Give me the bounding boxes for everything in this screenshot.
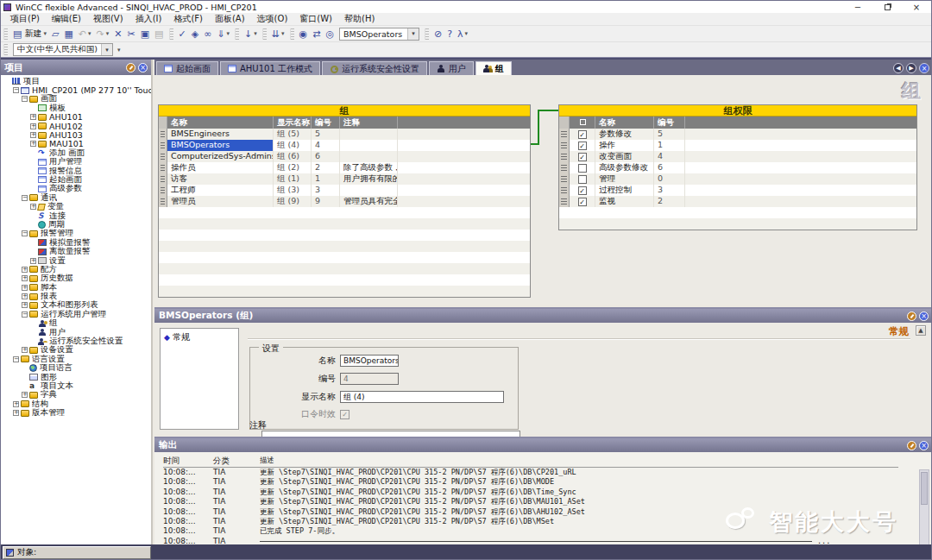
collapse-icon[interactable]: − xyxy=(13,87,19,93)
group-comment-cell[interactable] xyxy=(340,140,398,151)
collapse-icon[interactable]: − xyxy=(22,311,28,318)
permission-number-cell[interactable]: 4 xyxy=(654,151,685,162)
group-number-cell[interactable]: 5 xyxy=(312,129,340,140)
row-handle[interactable] xyxy=(159,151,167,162)
download-button[interactable]: ↓▾ xyxy=(242,28,259,41)
close-icon[interactable]: × xyxy=(138,63,148,72)
row-handle[interactable] xyxy=(159,185,167,196)
group-name-cell[interactable]: 操作员 xyxy=(167,162,274,173)
permission-row[interactable]: ✓操作1 xyxy=(559,140,916,151)
menu-view[interactable]: 视图(V) xyxy=(87,13,129,25)
permission-row[interactable]: ✓过程控制3 xyxy=(559,185,916,196)
menu-faceplates[interactable]: 面板(A) xyxy=(209,13,251,25)
permission-checkbox[interactable]: ✓ xyxy=(578,186,587,195)
row-handle[interactable] xyxy=(559,162,570,173)
table-row[interactable]: ComputerizedSys-Admins组 (6)6 xyxy=(159,151,530,162)
tree-item[interactable]: 连接 xyxy=(3,211,151,220)
find-next-button[interactable]: ◎ xyxy=(324,28,336,41)
expand-icon[interactable]: + xyxy=(22,392,28,398)
open-button[interactable]: ▱ xyxy=(50,28,60,41)
group-number-cell[interactable]: 2 xyxy=(312,162,340,173)
group-display-cell[interactable]: 组 (2) xyxy=(274,162,312,173)
tree-item[interactable]: 项目语言 xyxy=(3,364,151,373)
output-scrollbar[interactable] xyxy=(919,469,929,544)
permission-checkbox[interactable] xyxy=(578,164,587,173)
expand-icon[interactable]: + xyxy=(22,293,28,299)
group-number-cell[interactable]: 4 xyxy=(312,140,340,151)
name-field[interactable]: BMSOperators xyxy=(340,355,399,367)
expand-icon[interactable]: + xyxy=(22,347,28,353)
tree-item[interactable]: +字典 xyxy=(3,391,151,400)
column-header[interactable]: 注释 xyxy=(340,116,398,129)
permission-number-cell[interactable]: 0 xyxy=(654,173,685,185)
permission-name-cell[interactable]: 监视 xyxy=(595,196,654,207)
tab-start-screen[interactable]: 起始画面 xyxy=(156,61,218,75)
pin-icon[interactable] xyxy=(907,441,916,450)
permission-name-cell[interactable]: 过程控制 xyxy=(595,185,654,196)
row-handle[interactable] xyxy=(559,140,570,151)
tree-item[interactable]: −语言设置 xyxy=(3,355,151,363)
menu-edit[interactable]: 编辑(E) xyxy=(46,13,87,25)
tab-runtime-security-settings[interactable]: 运行系统安全性设置 xyxy=(322,61,427,75)
table-row[interactable]: 访客组 (1)1用户拥有有限的访问 xyxy=(159,173,530,185)
expand-icon[interactable]: + xyxy=(22,267,28,273)
table-row[interactable]: BMSEngineers组 (5)5 xyxy=(159,129,530,140)
permission-checkbox-cell[interactable]: ✓ xyxy=(570,140,595,151)
close-icon[interactable]: × xyxy=(919,441,929,450)
column-header[interactable]: 显示名称 xyxy=(274,116,312,129)
group-name-cell[interactable]: ComputerizedSys-Admins xyxy=(167,151,274,162)
tree-item[interactable]: −画面 xyxy=(3,95,151,104)
row-handle[interactable] xyxy=(559,196,570,207)
column-header[interactable]: 名称 xyxy=(595,116,654,129)
permission-checkbox[interactable]: ✓ xyxy=(578,198,587,206)
tree-item[interactable]: +脚本 xyxy=(3,283,151,292)
permission-checkbox[interactable]: ✓ xyxy=(578,142,587,150)
replace-button[interactable]: ⇄ xyxy=(311,28,322,41)
chevron-down-icon[interactable]: ▾ xyxy=(281,30,285,37)
group-display-cell[interactable]: 组 (3) xyxy=(274,185,312,196)
expand-icon[interactable]: + xyxy=(30,204,36,210)
menu-insert[interactable]: 插入(I) xyxy=(129,13,168,25)
tree-item[interactable]: −HMI_CP201 (MP 277 10'' Touch) xyxy=(3,85,151,94)
empty-row[interactable] xyxy=(159,252,530,263)
menu-window[interactable]: 窗口(W) xyxy=(293,13,338,25)
chevron-down-icon[interactable]: ▾ xyxy=(88,30,91,37)
group-comment-cell[interactable]: 除了高级参数，其他 xyxy=(340,162,398,173)
properties-nav-general[interactable]: ◆ 常规 xyxy=(164,331,235,343)
tree-item[interactable]: 组 xyxy=(3,319,151,328)
row-handle[interactable] xyxy=(559,129,570,140)
expand-icon[interactable]: + xyxy=(13,401,19,407)
tree-item[interactable]: +AHU103 xyxy=(3,130,151,139)
empty-row[interactable] xyxy=(159,207,530,218)
group-display-cell[interactable]: 组 (5) xyxy=(274,129,312,140)
preview-button[interactable]: ∞ xyxy=(202,28,213,41)
table-row[interactable]: 管理员组 (9)9管理员具有完全的访 xyxy=(159,196,530,207)
permission-name-cell[interactable]: 操作 xyxy=(595,140,654,151)
tree-item[interactable]: 模板 xyxy=(3,104,151,112)
tab-users[interactable]: 用户 xyxy=(429,61,474,75)
chevron-down-icon[interactable]: ▾ xyxy=(227,30,230,37)
empty-row[interactable] xyxy=(159,286,530,297)
permission-name-cell[interactable]: 管理 xyxy=(595,173,654,185)
output-row[interactable]: 10:08:...TIA... xyxy=(163,537,932,544)
permission-row[interactable]: 管理0 xyxy=(559,173,916,185)
copy-button[interactable]: ▣ xyxy=(139,28,151,41)
tree-item[interactable]: 高级参数 xyxy=(3,185,151,193)
group-number-cell[interactable]: 9 xyxy=(312,196,340,207)
permission-checkbox[interactable] xyxy=(578,175,587,184)
expand-icon[interactable]: + xyxy=(30,258,36,264)
group-display-cell[interactable]: 组 (6) xyxy=(274,151,312,162)
chevron-down-icon[interactable]: ▾ xyxy=(43,30,47,37)
permission-number-cell[interactable]: 1 xyxy=(654,140,685,151)
empty-row[interactable] xyxy=(559,218,916,230)
display-name-field[interactable]: 组 (4) xyxy=(340,391,504,403)
tree-item[interactable]: +AHU102 xyxy=(3,122,151,130)
group-comment-cell[interactable] xyxy=(340,151,398,162)
expand-icon[interactable]: + xyxy=(22,275,28,281)
output-row[interactable]: 10:08:...TIA更新 \Step7\SINQI_HVAC_PROD\CP… xyxy=(163,477,932,487)
collapse-icon[interactable]: − xyxy=(22,195,28,201)
tree-item[interactable]: +配方 xyxy=(3,265,151,274)
menu-options[interactable]: 选项(O) xyxy=(251,13,294,25)
permission-checkbox-cell[interactable]: ✓ xyxy=(570,196,595,207)
transfer-settings-button[interactable]: ⇊▾ xyxy=(270,28,287,41)
